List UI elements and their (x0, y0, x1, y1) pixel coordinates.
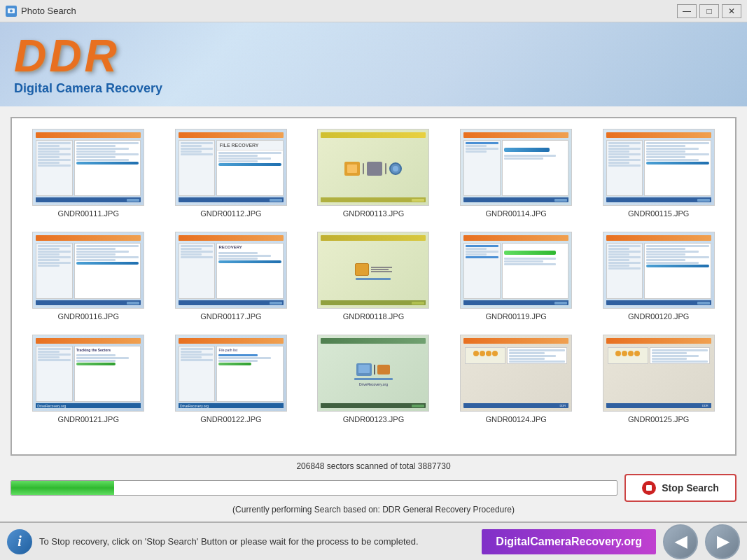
list-item[interactable]: RECOVERY GNDR00117.JPG (162, 228, 301, 324)
ddr-logo: DDR (14, 34, 162, 78)
window-title: Photo Search (21, 6, 677, 16)
stop-icon (642, 481, 656, 495)
progress-row: Stop Search (11, 474, 736, 502)
status-bar: i To Stop recovery, click on 'Stop Searc… (0, 522, 747, 560)
list-item[interactable]: GNDR00113.JPG (304, 125, 443, 221)
stop-search-button[interactable]: Stop Search (624, 474, 736, 502)
stop-search-label: Stop Search (662, 482, 719, 493)
prev-arrow: ◀ (675, 533, 687, 551)
thumbnail: Tracking the Sectors DriveRecovery.org (32, 335, 144, 412)
file-name: GNDR00117.JPG (200, 312, 261, 321)
progress-fill (11, 481, 114, 495)
list-item[interactable]: DDR GNDR00125.JPG (589, 331, 728, 427)
progress-area: 206848 sectors scanned of total 3887730 … (11, 461, 736, 514)
list-item[interactable]: GNDR00115.JPG (589, 125, 728, 221)
thumbnail: DDR (603, 335, 715, 412)
file-name: GNDR00115.JPG (628, 209, 689, 218)
maximize-button[interactable]: □ (699, 4, 719, 18)
sectors-text: 206848 sectors scanned of total 3887730 (11, 461, 736, 471)
list-item[interactable]: DDR GNDR00124.JPG (447, 331, 586, 427)
thumbnail (603, 232, 715, 309)
list-item[interactable]: GNDR00111.JPG (19, 125, 158, 221)
thumbnail (32, 232, 144, 309)
thumbnail (603, 129, 715, 206)
list-item[interactable]: GNDR00120.JPG (589, 228, 728, 324)
thumbnail: FILE RECOVERY (175, 129, 287, 206)
title-bar: Photo Search — □ ✕ (0, 0, 747, 22)
next-arrow: ▶ (717, 533, 729, 551)
main-content: GNDR00111.JPG (0, 106, 747, 522)
file-name: GNDR00120.JPG (628, 312, 689, 321)
progress-bar (11, 480, 617, 496)
thumbnail: DDR (460, 335, 572, 412)
file-grid-container[interactable]: GNDR00111.JPG (11, 117, 736, 456)
file-name: GNDR00121.JPG (58, 415, 119, 424)
file-name: GNDR00114.JPG (485, 209, 546, 218)
list-item[interactable]: DriveRecovery.org GNDR00123.JPG (304, 331, 443, 427)
info-icon: i (7, 529, 32, 554)
procedure-text: (Currently performing Search based on: D… (11, 505, 736, 514)
list-item[interactable]: GNDR00119.JPG (447, 228, 586, 324)
file-name: GNDR00119.JPG (485, 312, 546, 321)
list-item[interactable]: FILE RECOVERY GND (162, 125, 301, 221)
list-item[interactable]: File path list DriveRecovery.org (162, 331, 301, 427)
thumbnail (460, 129, 572, 206)
file-name: GNDR00122.JPG (200, 415, 261, 424)
thumbnail (317, 232, 429, 309)
app-subtitle: Digital Camera Recovery (14, 81, 162, 96)
app-icon (6, 6, 17, 17)
thumbnail: DriveRecovery.org (317, 335, 429, 412)
status-message: To Stop recovery, click on 'Stop Search'… (39, 536, 475, 547)
close-button[interactable]: ✕ (722, 4, 741, 18)
svg-point-1 (10, 9, 13, 12)
prev-button[interactable]: ◀ (663, 524, 698, 559)
file-name: GNDR00113.JPG (343, 209, 404, 218)
thumbnail: File path list DriveRecovery.org (175, 335, 287, 412)
list-item[interactable]: GNDR00114.JPG (447, 125, 586, 221)
file-name: GNDR00116.JPG (58, 312, 119, 321)
website-badge: DigitalCameraRecovery.org (482, 529, 656, 554)
minimize-button[interactable]: — (677, 4, 697, 18)
file-grid: GNDR00111.JPG (19, 125, 728, 427)
file-name: GNDR00125.JPG (628, 415, 689, 424)
thumbnail (317, 129, 429, 206)
thumbnail (32, 129, 144, 206)
file-name: GNDR00118.JPG (343, 312, 404, 321)
thumbnail (460, 232, 572, 309)
list-item[interactable]: GNDR00118.JPG (304, 228, 443, 324)
website-text: DigitalCameraRecovery.org (496, 536, 642, 548)
app-header: DDR Digital Camera Recovery (0, 22, 747, 106)
window-controls: — □ ✕ (677, 4, 741, 18)
next-button[interactable]: ▶ (705, 524, 740, 559)
file-name: GNDR00111.JPG (58, 209, 119, 218)
list-item[interactable]: Tracking the Sectors DriveRecovery.org (19, 331, 158, 427)
list-item[interactable]: GNDR00116.JPG (19, 228, 158, 324)
file-name: GNDR00112.JPG (200, 209, 261, 218)
header-content: DDR Digital Camera Recovery (14, 34, 162, 96)
file-name: GNDR00124.JPG (485, 415, 546, 424)
thumbnail: RECOVERY (175, 232, 287, 309)
file-name: GNDR00123.JPG (343, 415, 404, 424)
